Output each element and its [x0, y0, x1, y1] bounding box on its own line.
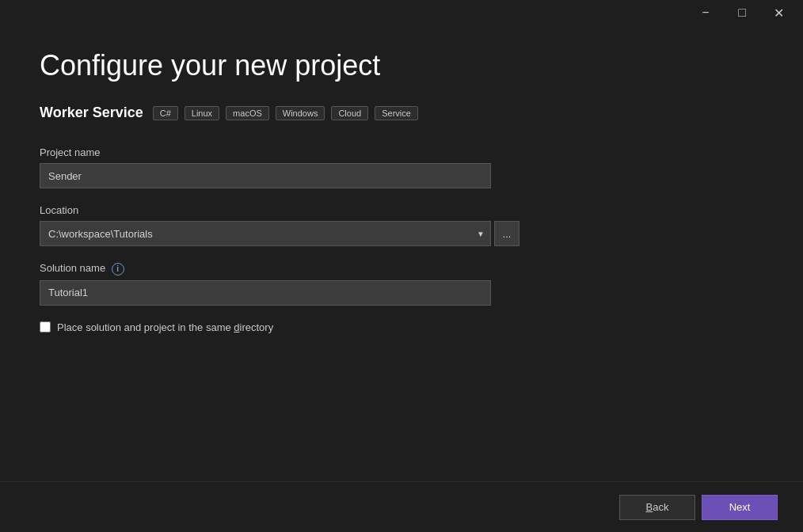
tag-cloud: Cloud	[331, 106, 368, 120]
close-button[interactable]: ✕	[760, 0, 797, 25]
main-content: Configure your new project Worker Servic…	[0, 25, 803, 357]
project-name-input[interactable]	[40, 163, 491, 188]
title-bar: − □ ✕	[0, 0, 803, 25]
location-select[interactable]: C:\workspace\Tutorials	[40, 221, 491, 246]
location-row: C:\workspace\Tutorials ▼ ...	[40, 221, 763, 246]
location-section: Location C:\workspace\Tutorials ▼ ...	[40, 204, 763, 246]
tag-windows: Windows	[276, 106, 325, 120]
browse-button[interactable]: ...	[494, 221, 519, 246]
solution-name-input[interactable]	[40, 280, 491, 306]
bottom-bar: BBackack Next	[0, 481, 803, 532]
next-button[interactable]: Next	[702, 495, 778, 520]
project-type-name: Worker Service	[40, 104, 143, 121]
minimize-button[interactable]: −	[687, 0, 724, 25]
tag-service: Service	[375, 106, 418, 120]
solution-name-info-icon: i	[112, 263, 124, 276]
same-directory-label[interactable]: Place solution and project in the same d…	[57, 321, 273, 333]
back-button[interactable]: BBackack	[619, 495, 695, 520]
maximize-button[interactable]: □	[724, 0, 760, 25]
location-label: Location	[40, 204, 763, 216]
same-directory-row: Place solution and project in the same d…	[40, 321, 763, 333]
tag-macos: macOS	[226, 106, 269, 120]
solution-name-label: Solution name i	[40, 262, 763, 276]
project-type-row: Worker Service C# Linux macOS Windows Cl…	[40, 104, 763, 121]
location-select-wrapper: C:\workspace\Tutorials ▼	[40, 221, 491, 246]
tag-linux: Linux	[185, 106, 219, 120]
page-title: Configure your new project	[40, 49, 763, 82]
project-name-section: Project name	[40, 146, 763, 188]
tag-csharp: C#	[153, 106, 178, 120]
same-directory-checkbox[interactable]	[40, 321, 51, 332]
project-name-label: Project name	[40, 146, 763, 158]
solution-name-section: Solution name i	[40, 262, 763, 306]
